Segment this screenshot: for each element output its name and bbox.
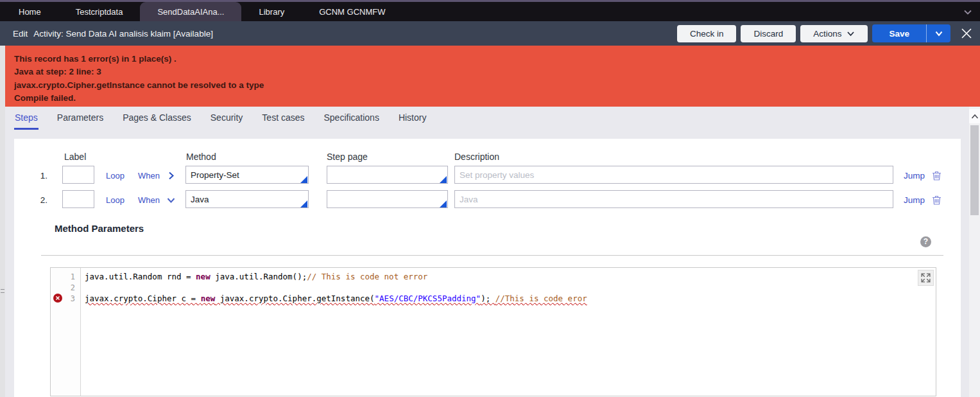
code-string: "AES/CBC/PKCS5Padding" bbox=[375, 294, 481, 303]
chevron-down-icon[interactable] bbox=[166, 195, 176, 205]
label-input[interactable] bbox=[62, 166, 94, 184]
splitter-rail[interactable] bbox=[0, 46, 5, 397]
discard-button[interactable]: Discard bbox=[741, 25, 796, 42]
page-title: EditActivity: Send Data AI analisis klai… bbox=[13, 29, 213, 39]
when-link[interactable]: When bbox=[138, 195, 160, 205]
chevron-down-icon bbox=[847, 30, 855, 38]
section-divider bbox=[41, 255, 943, 256]
method-input[interactable] bbox=[185, 190, 309, 208]
record-header: EditActivity: Send Data AI analisis klai… bbox=[0, 21, 980, 46]
tab-pages-classes[interactable]: Pages & Classes bbox=[122, 107, 192, 130]
method-parameters-heading: Method Parameters bbox=[55, 223, 144, 234]
scroll-up-button[interactable] bbox=[969, 109, 980, 123]
when-link[interactable]: When bbox=[138, 171, 160, 181]
expand-arrows-icon bbox=[920, 272, 931, 283]
code-keyword: new bbox=[201, 294, 216, 303]
code-text: javax.crypto.Cipher.getInstance( bbox=[215, 294, 374, 303]
expand-editor-button[interactable] bbox=[918, 270, 934, 286]
column-header-label: Label bbox=[64, 152, 86, 162]
tab-parameters[interactable]: Parameters bbox=[56, 107, 104, 130]
jump-link[interactable]: Jump bbox=[904, 195, 925, 205]
check-in-button[interactable]: Check in bbox=[677, 25, 737, 42]
app-tab-library[interactable]: Library bbox=[241, 2, 302, 21]
error-banner-location: Java at step: 2 line: 3 bbox=[14, 66, 980, 78]
tab-test-cases[interactable]: Test cases bbox=[261, 107, 305, 130]
delete-step-icon[interactable] bbox=[931, 170, 942, 181]
chevron-down-icon bbox=[934, 29, 943, 38]
method-input[interactable] bbox=[185, 166, 309, 184]
app-tab-senddataaiana-active[interactable]: SendDataAIAna... bbox=[140, 2, 241, 21]
step-number: 1. bbox=[32, 171, 47, 181]
save-split-button: Save bbox=[872, 24, 950, 42]
error-banner-message: javax.crypto.Cipher.getInstance cannot b… bbox=[14, 79, 980, 92]
vertical-scrollbar[interactable] bbox=[969, 107, 980, 397]
code-line-3-error[interactable]: javax.crypto.Cipher c = new javax.crypto… bbox=[85, 294, 587, 303]
record-title: Activity: Send Data AI analisis klaim [A… bbox=[33, 29, 213, 39]
save-button[interactable]: Save bbox=[872, 24, 926, 42]
line-number: 3 bbox=[71, 294, 75, 303]
error-banner-summary: This record has 1 error(s) in 1 place(s)… bbox=[14, 53, 980, 66]
tab-steps[interactable]: Steps bbox=[14, 107, 39, 130]
delete-step-icon[interactable] bbox=[931, 194, 942, 206]
chevron-down-icon[interactable] bbox=[962, 6, 974, 18]
app-tab-home[interactable]: Home bbox=[1, 2, 58, 21]
tab-security[interactable]: Security bbox=[210, 107, 244, 130]
step-page-input[interactable] bbox=[327, 190, 448, 208]
code-comment: // This is code not error bbox=[307, 272, 427, 281]
save-options-button[interactable] bbox=[926, 24, 950, 42]
loop-link[interactable]: Loop bbox=[106, 171, 125, 181]
code-line-1[interactable]: java.util.Random rnd = new java.util.Ran… bbox=[85, 272, 427, 281]
help-icon[interactable]: ? bbox=[920, 236, 931, 247]
step-number: 2. bbox=[32, 195, 47, 205]
scrollbar-thumb[interactable] bbox=[970, 125, 979, 215]
line-number: 2 bbox=[71, 283, 75, 292]
loop-link[interactable]: Loop bbox=[106, 195, 125, 205]
top-tab-bar: Home Testcriptdata SendDataAIAna... Libr… bbox=[0, 0, 980, 21]
line-number: 1 bbox=[71, 272, 75, 281]
actions-button[interactable]: Actions bbox=[800, 25, 868, 42]
java-code-editor[interactable]: 1 2 3 java.util.Random rnd = new java.ut… bbox=[50, 267, 936, 396]
header-actions: Check in Discard Actions Save bbox=[677, 21, 974, 46]
code-comment: //This is code eror bbox=[495, 294, 587, 303]
chevron-right-icon[interactable] bbox=[166, 171, 176, 181]
chevron-up-icon bbox=[971, 114, 979, 119]
step-row-1: 1. Loop When Jump bbox=[14, 166, 961, 185]
error-marker-icon[interactable] bbox=[53, 294, 62, 303]
error-banner-compile-status: Compile failed. bbox=[14, 92, 980, 105]
tab-specifications[interactable]: Specifications bbox=[323, 107, 380, 130]
jump-link[interactable]: Jump bbox=[904, 171, 925, 181]
code-text: ); bbox=[481, 294, 495, 303]
step-page-input[interactable] bbox=[327, 166, 448, 184]
label-input[interactable] bbox=[62, 190, 94, 208]
tab-history[interactable]: History bbox=[398, 107, 427, 130]
code-text: java.util.Random rnd = bbox=[85, 272, 196, 281]
close-button[interactable] bbox=[959, 26, 974, 41]
description-input[interactable] bbox=[454, 166, 893, 184]
code-text: java.util.Random(); bbox=[211, 272, 307, 281]
record-tab-bar: Steps Parameters Pages & Classes Securit… bbox=[14, 107, 427, 130]
code-keyword: new bbox=[196, 272, 211, 281]
step-row-2: 2. Loop When Jump bbox=[14, 190, 961, 209]
column-header-description: Description bbox=[454, 152, 499, 162]
splitter-handle-icon[interactable] bbox=[1, 289, 4, 293]
actions-button-label: Actions bbox=[813, 29, 841, 39]
app-tab-gcnm[interactable]: GCNM GCNMFW bbox=[302, 2, 402, 21]
error-banner: This record has 1 error(s) in 1 place(s)… bbox=[5, 46, 980, 107]
column-header-method: Method bbox=[186, 152, 216, 162]
description-input[interactable] bbox=[454, 190, 893, 208]
editor-gutter: 1 2 3 bbox=[51, 268, 81, 396]
close-icon bbox=[961, 28, 972, 39]
app-tab-testcriptdata[interactable]: Testcriptdata bbox=[58, 2, 141, 21]
column-header-step-page: Step page bbox=[327, 152, 368, 162]
edit-mode-label: Edit bbox=[13, 29, 28, 39]
steps-panel: Label Method Step page Description 1. Lo… bbox=[14, 139, 961, 397]
code-text: javax.crypto.Cipher c = bbox=[85, 294, 201, 303]
